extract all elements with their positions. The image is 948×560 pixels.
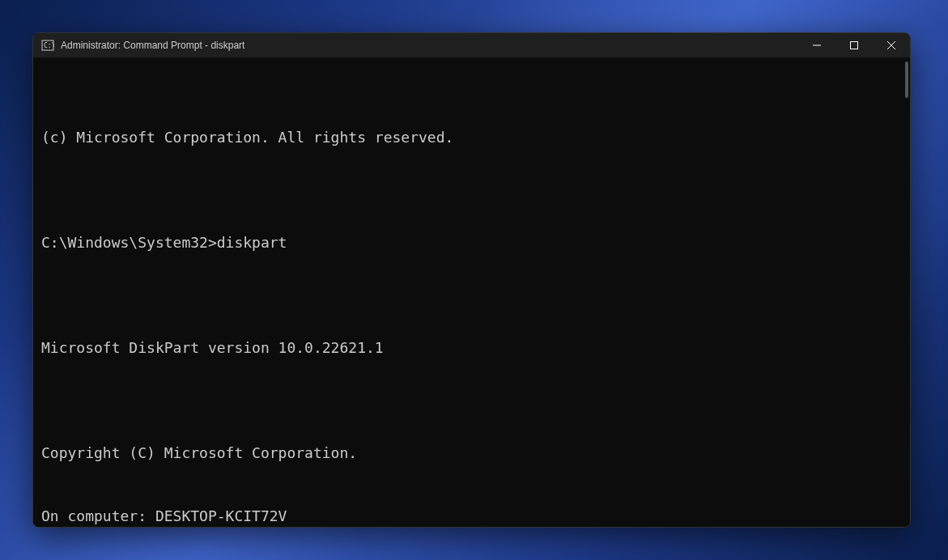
terminal-output[interactable]: (c) Microsoft Corporation. All rights re… xyxy=(33,57,910,527)
svg-rect-3 xyxy=(851,42,858,49)
cmd-icon: C:\ xyxy=(41,39,54,52)
terminal-line: Copyright (C) Microsoft Corporation. xyxy=(41,443,902,464)
terminal-line: (c) Microsoft Corporation. All rights re… xyxy=(41,127,902,148)
terminal-line: On computer: DESKTOP-KCIT72V xyxy=(41,506,902,527)
scrollbar[interactable] xyxy=(905,62,908,98)
svg-text:C:\: C:\ xyxy=(44,42,54,49)
command-prompt-window: C:\ Administrator: Command Prompt - disk… xyxy=(32,32,911,528)
terminal-line: C:\Windows\System32>diskpart xyxy=(41,232,902,253)
window-controls xyxy=(798,33,910,57)
close-button[interactable] xyxy=(873,33,910,57)
terminal-line: Microsoft DiskPart version 10.0.22621.1 xyxy=(41,337,902,358)
minimize-button[interactable] xyxy=(798,33,835,57)
window-title: Administrator: Command Prompt - diskpart xyxy=(61,40,798,51)
maximize-button[interactable] xyxy=(835,33,873,57)
titlebar[interactable]: C:\ Administrator: Command Prompt - disk… xyxy=(33,33,910,57)
